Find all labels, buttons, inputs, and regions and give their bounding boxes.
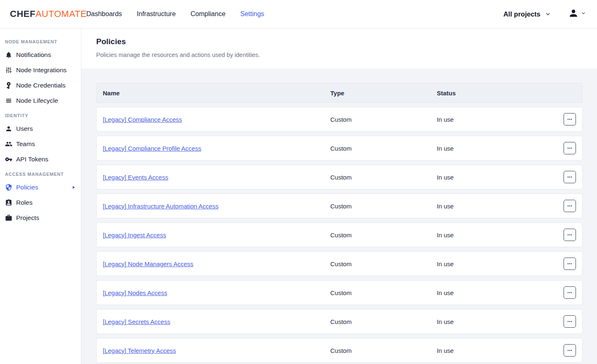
nav-item-settings[interactable]: Settings — [240, 10, 264, 18]
sidebar-item-label: Node Credentials — [16, 82, 66, 89]
sidebar-section: ACCESS MANAGEMENTPoliciesRolesProjects — [0, 168, 81, 225]
policy-status-value: In use — [437, 289, 563, 296]
policy-type-value: Custom — [330, 116, 437, 123]
main-panel: Policies Policies manage the resources a… — [81, 28, 597, 364]
more-options-icon — [566, 289, 573, 296]
more-options-icon — [566, 174, 573, 180]
user-menu[interactable] — [568, 8, 586, 20]
topbar-right: All projects — [503, 8, 597, 20]
policy-type-value: Custom — [330, 289, 437, 296]
policy-type-value: Custom — [330, 203, 437, 210]
app-shell: NODE MANAGEMENTNotificationsNode Integra… — [0, 28, 597, 364]
more-options-icon — [566, 116, 573, 123]
page-content: Name Type Status [Legacy] Compliance Acc… — [81, 69, 597, 364]
sidebar-item-label: Projects — [16, 214, 39, 222]
sidebar-item-node-credentials[interactable]: Node Credentials — [0, 78, 81, 93]
sidebar-item-node-lifecycle[interactable]: Node Lifecycle — [0, 93, 81, 108]
policy-status-value: In use — [437, 347, 563, 354]
shield-icon — [5, 184, 12, 191]
row-more-options-button[interactable] — [564, 200, 576, 212]
sidebar-item-node-integrations[interactable]: Node Integrations — [0, 62, 81, 78]
table-header-row: Name Type Status — [96, 83, 583, 103]
logo-product-text: AUTOMATE — [36, 9, 87, 19]
policy-name-link[interactable]: [Legacy] Infrastructure Automation Acces… — [103, 203, 218, 210]
policy-type-value: Custom — [330, 347, 437, 354]
row-more-options-button[interactable] — [564, 315, 576, 328]
projects-filter-dropdown[interactable]: All projects — [503, 10, 552, 18]
policy-name-link[interactable]: [Legacy] Secrets Access — [103, 318, 170, 325]
policy-name-link[interactable]: [Legacy] Events Access — [103, 174, 168, 181]
policy-table-row: [Legacy] Events AccessCustomIn use — [96, 165, 583, 189]
row-more-options-button[interactable] — [564, 258, 576, 270]
row-more-options-button[interactable] — [564, 344, 576, 357]
policy-name-link[interactable]: [Legacy] Nodes Access — [103, 289, 167, 296]
sidebar-item-label: Roles — [16, 199, 33, 206]
policy-status-value: In use — [437, 318, 563, 325]
policy-status-value: In use — [437, 174, 563, 181]
sidebar-item-api-tokens[interactable]: API Tokens — [0, 151, 81, 167]
policy-type-value: Custom — [330, 174, 437, 181]
nav-item-infrastructure[interactable]: Infrastructure — [137, 10, 175, 18]
sidebar-section-label: IDENTITY — [0, 109, 81, 121]
badge-icon — [5, 199, 12, 206]
settings-sidebar: NODE MANAGEMENTNotificationsNode Integra… — [0, 28, 81, 364]
page-description: Policies manage the resources and action… — [96, 52, 582, 58]
policy-type-value: Custom — [330, 232, 437, 239]
sidebar-item-label: Teams — [16, 140, 35, 148]
policy-type-value: Custom — [330, 318, 437, 325]
policy-status-value: In use — [437, 232, 563, 239]
logo-brand-text: CHEF — [10, 9, 36, 19]
arrow-right-icon — [71, 185, 76, 190]
sidebar-item-label: Notifications — [16, 51, 51, 59]
sidebar-item-policies[interactable]: Policies — [0, 180, 81, 195]
top-navigation: DashboardsInfrastructureComplianceSettin… — [86, 10, 279, 18]
column-header-type: Type — [330, 90, 437, 97]
row-more-options-button[interactable] — [564, 142, 576, 154]
sidebar-item-teams[interactable]: Teams — [0, 136, 81, 151]
policy-table-row: [Legacy] Ingest AccessCustomIn use — [96, 222, 583, 247]
policy-table-row: [Legacy] Secrets AccessCustomIn use — [96, 309, 583, 334]
row-more-options-button[interactable] — [564, 171, 576, 183]
policy-type-value: Custom — [330, 145, 437, 152]
key-vertical-icon — [5, 82, 12, 89]
policy-status-value: In use — [437, 203, 563, 210]
sidebar-item-label: Users — [16, 125, 33, 132]
sidebar-item-notifications[interactable]: Notifications — [0, 47, 81, 62]
policy-name-link[interactable]: [Legacy] Compliance Access — [103, 116, 182, 123]
more-options-icon — [566, 347, 573, 354]
policies-table-body: [Legacy] Compliance AccessCustomIn use[L… — [96, 107, 583, 363]
list-icon — [5, 97, 12, 104]
row-more-options-button[interactable] — [564, 113, 576, 125]
sidebar-item-label: Node Integrations — [16, 66, 66, 74]
person-icon — [5, 125, 12, 132]
policy-table-row: [Legacy] Telemetry AccessCustomIn use — [96, 338, 583, 363]
group-icon — [5, 140, 12, 148]
policy-name-link[interactable]: [Legacy] Node Managers Access — [103, 260, 193, 267]
sidebar-section: NODE MANAGEMENTNotificationsNode Integra… — [0, 35, 81, 108]
policy-table-row: [Legacy] Compliance Profile AccessCustom… — [96, 136, 583, 161]
sidebar-item-roles[interactable]: Roles — [0, 195, 81, 210]
sidebar-item-label: Policies — [16, 184, 38, 191]
policy-name-link[interactable]: [Legacy] Compliance Profile Access — [103, 145, 201, 152]
policy-table-row: [Legacy] Infrastructure Automation Acces… — [96, 194, 583, 218]
row-more-options-button[interactable] — [564, 229, 576, 241]
page-header: Policies Policies manage the resources a… — [81, 28, 597, 69]
page-title: Policies — [96, 37, 582, 46]
policy-status-value: In use — [437, 145, 563, 152]
nav-item-dashboards[interactable]: Dashboards — [86, 10, 122, 18]
column-header-name: Name — [97, 90, 330, 97]
chef-automate-logo[interactable]: CHEFAUTOMATE — [0, 9, 86, 19]
sidebar-item-projects[interactable]: Projects — [0, 210, 81, 225]
sidebar-item-label: API Tokens — [16, 156, 48, 163]
policy-name-link[interactable]: [Legacy] Ingest Access — [103, 232, 166, 239]
bell-icon — [5, 51, 12, 59]
nav-item-compliance[interactable]: Compliance — [191, 10, 225, 18]
top-header: CHEFAUTOMATE DashboardsInfrastructureCom… — [0, 0, 597, 28]
row-more-options-button[interactable] — [564, 286, 576, 299]
briefcase-icon — [5, 214, 12, 222]
sliders-icon — [5, 66, 12, 74]
policy-table-row: [Legacy] Compliance AccessCustomIn use — [96, 107, 583, 132]
policy-table-row: [Legacy] Nodes AccessCustomIn use — [96, 280, 583, 305]
sidebar-item-users[interactable]: Users — [0, 121, 81, 136]
policy-name-link[interactable]: [Legacy] Telemetry Access — [103, 347, 176, 354]
